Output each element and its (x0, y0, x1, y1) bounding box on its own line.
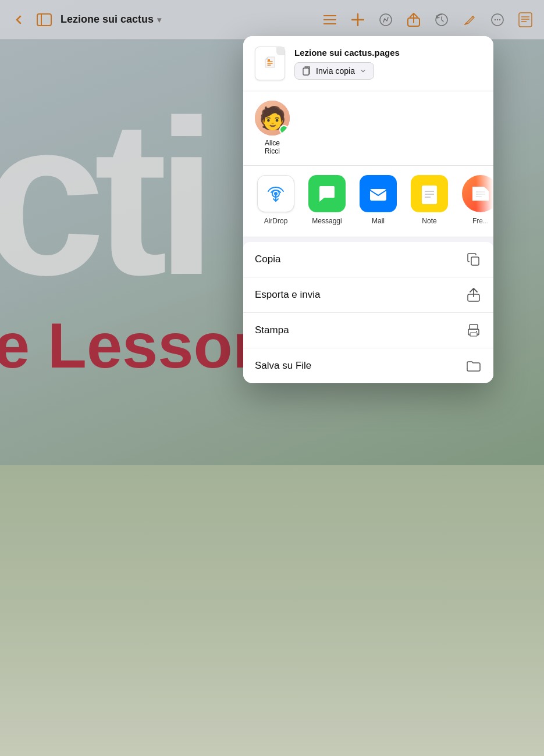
svg-rect-34 (470, 324, 478, 329)
export-icon (465, 287, 482, 303)
folder-icon (465, 358, 482, 374)
svg-rect-36 (470, 333, 477, 336)
print-label: Stampa (255, 324, 289, 336)
action-list: Copia Esporta e invia Stampa (243, 242, 493, 383)
notes-label: Note (422, 217, 436, 225)
copy-label: Copia (255, 254, 280, 265)
copy-icon (465, 251, 482, 268)
share-sheet: Lezione sui cactus.pages Invia copia 🧑 (243, 36, 493, 383)
svg-rect-19 (268, 59, 270, 61)
airdrop-label: AirDrop (264, 217, 288, 225)
file-name-label: Lezione sui cactus.pages (294, 48, 482, 58)
notes-app-item[interactable]: Note (408, 175, 450, 225)
messages-app-item[interactable]: Messaggi (306, 175, 348, 225)
notes-icon (411, 175, 448, 212)
more-label: Fre... (472, 217, 489, 225)
export-action[interactable]: Esporta e invia (243, 277, 493, 313)
copy-action[interactable]: Copia (243, 242, 493, 277)
more-app-item[interactable]: Fre... (460, 175, 493, 225)
messages-label: Messaggi (312, 217, 342, 225)
svg-rect-32 (471, 257, 479, 265)
more-app-icon (462, 175, 493, 212)
save-files-action[interactable]: Salva su File (243, 348, 493, 383)
pages-icon (262, 54, 278, 74)
send-copy-button[interactable]: Invia copia (294, 62, 374, 80)
mail-label: Mail (372, 217, 385, 225)
svg-point-37 (476, 331, 477, 332)
file-info: Lezione sui cactus.pages Invia copia (294, 48, 482, 80)
file-corner (276, 47, 285, 55)
contact-name-line1: Alice Ricci (265, 139, 280, 156)
contact-alice[interactable]: 🧑 Alice Ricci (255, 101, 290, 156)
messages-icon (308, 175, 346, 212)
svg-rect-20 (303, 68, 309, 75)
apps-row: AirDrop Messaggi Mail (243, 166, 493, 237)
mail-app-item[interactable]: Mail (357, 175, 399, 225)
airdrop-app-item[interactable]: AirDrop (255, 175, 297, 225)
file-icon (255, 47, 285, 80)
contact-avatar-alice: 🧑 (255, 101, 290, 135)
print-action[interactable]: Stampa (243, 313, 493, 348)
contact-online-status (279, 125, 289, 134)
export-label: Esporta e invia (255, 289, 320, 301)
share-file-header: Lezione sui cactus.pages Invia copia (243, 36, 493, 91)
mail-icon (360, 175, 397, 212)
print-icon (465, 322, 482, 338)
airdrop-icon (257, 175, 294, 212)
contacts-row: 🧑 Alice Ricci (243, 91, 493, 166)
save-files-label: Salva su File (255, 360, 311, 372)
